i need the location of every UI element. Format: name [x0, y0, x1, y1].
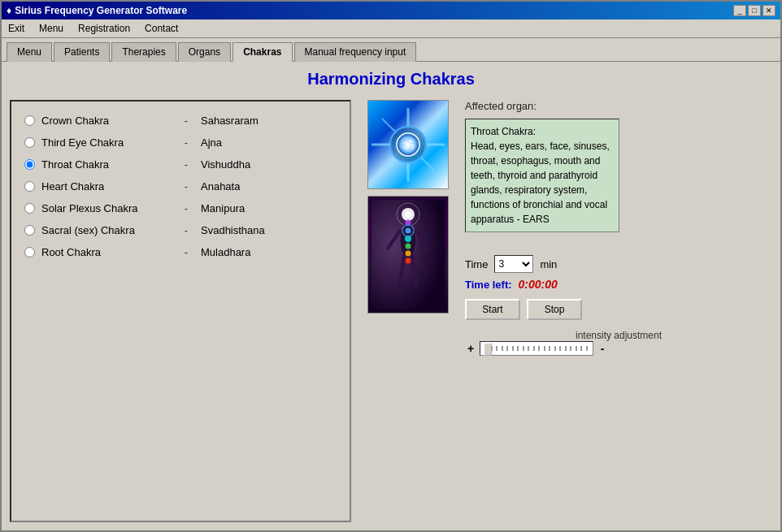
affected-organ-label: Affected organ: [465, 100, 772, 112]
title-bar: ♦ Sirius Frequency Generator Software _ … [2, 2, 780, 19]
list-item[interactable]: Throat Chakra - Vishuddha [24, 154, 337, 175]
tab-menu[interactable]: Menu [7, 42, 52, 62]
svg-line-4 [382, 119, 397, 133]
tab-manual[interactable]: Manual frequency input [294, 42, 417, 62]
list-item[interactable]: Root Chakra - Muladhara [24, 241, 337, 263]
start-button[interactable]: Start [465, 299, 520, 320]
root-sanskrit: Muladhara [201, 246, 250, 258]
tab-therapies[interactable]: Therapies [111, 42, 176, 62]
heart-radio[interactable] [24, 181, 35, 192]
thirdeye-sanskrit: Ajna [201, 136, 222, 149]
thirdeye-dash: - [178, 136, 194, 149]
list-item[interactable]: Heart Chakra - Anahata [24, 175, 337, 197]
right-panel: Affected organ: Throat Chakra:Head, eyes… [465, 100, 772, 522]
intensity-slider[interactable] [480, 341, 593, 356]
time-label: Time [465, 258, 488, 270]
main-window: ♦ Sirius Frequency Generator Software _ … [0, 0, 782, 532]
list-item[interactable]: Crown Chakra - Sahasraram [24, 110, 337, 132]
crown-sanskrit: Sahasraram [201, 115, 258, 127]
content-area: Harmonizing Chakras Crown Chakra - Sahas… [2, 61, 780, 530]
list-item[interactable]: Solar Plexus Chakra - Manipura [24, 197, 337, 219]
tab-organs[interactable]: Organs [178, 42, 231, 62]
slider-track-dots [480, 342, 593, 355]
main-content: Crown Chakra - Sahasraram Third Eye Chak… [10, 100, 772, 522]
chakra-image: ॐ [367, 100, 449, 189]
intensity-plus[interactable]: + [465, 342, 476, 355]
slider-handle[interactable] [484, 343, 492, 356]
intensity-minus[interactable]: - [597, 342, 608, 355]
controls-area: Time 1 2 3 4 5 10 15 20 30 min [465, 255, 772, 356]
svg-line-7 [382, 156, 397, 171]
root-radio[interactable] [24, 247, 35, 257]
minimize-button[interactable]: _ [733, 5, 746, 16]
crown-name: Crown Chakra [41, 115, 172, 127]
time-left-row: Time left: 0:00:00 [465, 278, 772, 291]
body-svg [371, 200, 445, 309]
time-select[interactable]: 1 2 3 4 5 10 15 20 30 [494, 255, 533, 273]
sacral-sanskrit: Svadhisthana [201, 224, 265, 236]
affected-organ-text: Throat Chakra:Head, eyes, ears, face, si… [471, 126, 610, 225]
menubar-menu[interactable]: Menu [36, 21, 67, 36]
chakra-list-panel: Crown Chakra - Sahasraram Third Eye Chak… [10, 100, 351, 522]
thirdeye-radio[interactable] [24, 137, 35, 148]
list-item[interactable]: Third Eye Chakra - Ajna [24, 132, 337, 154]
chakra-svg: ॐ [371, 104, 445, 185]
btn-row: Start Stop [465, 299, 772, 320]
crown-radio[interactable] [24, 115, 35, 126]
root-name: Root Chakra [41, 246, 172, 258]
svg-line-5 [419, 156, 434, 171]
heart-name: Heart Chakra [41, 180, 172, 192]
body-image [367, 196, 449, 314]
time-left-label: Time left: [465, 279, 512, 291]
menubar-registration[interactable]: Registration [75, 21, 133, 36]
throat-dash: - [178, 158, 194, 171]
thirdeye-name: Third Eye Chakra [41, 136, 172, 149]
throat-sanskrit: Vishuddha [201, 158, 250, 171]
intensity-row: + [465, 341, 772, 356]
solar-radio[interactable] [24, 203, 35, 214]
menubar-contact[interactable]: Contact [141, 21, 181, 36]
stop-button[interactable]: Stop [527, 299, 582, 320]
intensity-label: intensity adjustment [465, 330, 772, 341]
heart-sanskrit: Anahata [201, 180, 240, 192]
svg-text:ॐ: ॐ [403, 138, 415, 152]
svg-point-19 [405, 211, 411, 218]
maximize-button[interactable]: □ [748, 5, 761, 16]
solar-name: Solar Plexus Chakra [41, 202, 172, 214]
time-row: Time 1 2 3 4 5 10 15 20 30 min [465, 255, 772, 273]
menubar-exit[interactable]: Exit [5, 21, 28, 36]
svg-line-6 [419, 119, 434, 133]
app-icon: ♦ [7, 5, 11, 16]
svg-point-21 [406, 228, 411, 234]
tab-patients[interactable]: Patients [54, 42, 110, 62]
crown-dash: - [178, 115, 194, 127]
root-dash: - [178, 246, 194, 258]
tabs-bar: Menu Patients Therapies Organs Chakras M… [2, 38, 780, 61]
svg-point-24 [406, 251, 411, 257]
center-column: ॐ [359, 100, 457, 522]
affected-organ-box: Throat Chakra:Head, eyes, ears, face, si… [465, 119, 619, 232]
tab-chakras[interactable]: Chakras [232, 42, 292, 62]
sacral-dash: - [178, 224, 194, 236]
svg-point-25 [406, 258, 411, 264]
min-label: min [540, 258, 557, 270]
close-button[interactable]: ✕ [762, 5, 775, 16]
svg-point-23 [406, 244, 411, 249]
time-left-value: 0:00:00 [519, 278, 558, 291]
menu-bar: Exit Menu Registration Contact [2, 19, 780, 38]
title-bar-controls: _ □ ✕ [733, 5, 775, 16]
solar-sanskrit: Manipura [201, 202, 245, 214]
title-bar-left: ♦ Sirius Frequency Generator Software [7, 5, 187, 16]
sacral-radio[interactable] [24, 225, 35, 236]
throat-radio[interactable] [24, 159, 35, 170]
sacral-name: Sacral (sex) Chakra [41, 224, 172, 236]
throat-name: Throat Chakra [41, 158, 172, 171]
app-title: Sirius Frequency Generator Software [15, 5, 187, 16]
solar-dash: - [178, 202, 194, 214]
page-title: Harmonizing Chakras [10, 70, 772, 89]
heart-dash: - [178, 180, 194, 192]
list-item[interactable]: Sacral (sex) Chakra - Svadhisthana [24, 219, 337, 241]
